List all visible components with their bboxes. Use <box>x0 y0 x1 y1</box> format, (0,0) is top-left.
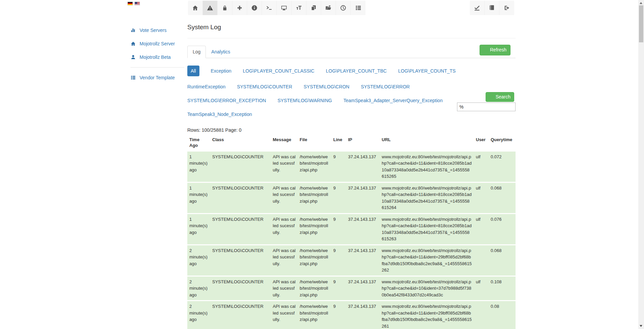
toolbar-button-clock[interactable] <box>336 1 351 15</box>
col-header-class: Class <box>210 135 271 151</box>
sidebar-item-vote-servers[interactable]: Vote Servers <box>130 24 184 37</box>
cell-class: SYSTEM\LOG\COUNTER <box>210 151 271 182</box>
cell-line: 9 <box>331 182 346 213</box>
search-input[interactable] <box>457 102 516 111</box>
filter-system-log-cron[interactable]: SYSTEM\LOG\CRON <box>304 83 349 90</box>
filter-all[interactable]: All <box>187 66 199 76</box>
cell-user: ulf <box>474 151 489 182</box>
sidebar-divider <box>130 67 184 68</box>
warning-icon <box>207 5 213 11</box>
bar-chart-icon <box>130 28 136 33</box>
toolbar-button-th-list[interactable] <box>351 1 366 15</box>
language-flags <box>127 2 140 5</box>
toolbar-button-text-height[interactable] <box>292 1 306 15</box>
cell-line: 9 <box>331 213 346 245</box>
sidebar-item-label: Mojotrollz Beta <box>140 54 171 60</box>
filter-system-log-warning[interactable]: SYSTEM\LOG\WARNING <box>277 97 332 104</box>
sidebar-item-mojotrollz-server[interactable]: Mojotrollz Server <box>130 37 184 50</box>
title-divider <box>187 38 516 38</box>
toolbar-button-book[interactable] <box>485 1 499 15</box>
filter-system-log-counter[interactable]: SYSTEM\LOG\COUNTER <box>237 83 292 90</box>
refresh-button[interactable]: Refresh <box>480 45 510 55</box>
info-icon <box>251 5 258 11</box>
cell-line: 9 <box>331 301 346 329</box>
toolbar-button-warning[interactable] <box>203 1 218 15</box>
cell-message: API was called sucessfully. <box>271 301 298 329</box>
cell-user: ulf <box>474 213 489 245</box>
cell-line: 9 <box>331 276 346 301</box>
toolbar-button-terminal[interactable] <box>262 1 277 15</box>
toolbar-button-sign-out[interactable] <box>499 1 514 15</box>
toolbar-button-info[interactable] <box>247 1 262 15</box>
cell-class: SYSTEM\LOG\COUNTER <box>210 276 271 301</box>
col-header-querytime: Querytime <box>489 135 516 151</box>
cell-querytime: 0.068 <box>489 182 516 213</box>
tab-log[interactable]: Log <box>187 46 206 58</box>
cell-line: 9 <box>331 151 346 182</box>
page-title: System Log <box>187 24 516 31</box>
cell-user <box>474 301 489 329</box>
terminal-icon <box>266 5 272 11</box>
filter-log-player-count-ts[interactable]: LOG\PLAYER_COUNT_TS <box>398 68 456 74</box>
filter-section: AllExceptionLOG\PLAYER_COUNT_CLASSICLOG\… <box>187 66 516 125</box>
toolbar-button-plus[interactable] <box>232 1 247 15</box>
scrollbar-down-arrow[interactable] <box>640 325 642 327</box>
log-table-body: 1 minute(s) agoSYSTEM\LOG\COUNTERAPI was… <box>187 151 516 329</box>
search-icon <box>489 95 494 99</box>
cell-querytime: 0.08 <box>489 301 516 329</box>
cell-url: www.mojotrollz.eu:80/web/test/mojotrollz… <box>380 151 474 182</box>
cell-message: API was called sucessfully. <box>271 182 298 213</box>
toolbar-button-desktop[interactable] <box>277 1 292 15</box>
us-flag[interactable] <box>135 2 140 5</box>
filter-log-player-count-tbc[interactable]: LOG\PLAYER_COUNT_TBC <box>326 68 387 74</box>
scrollbar-up-arrow[interactable] <box>640 2 642 4</box>
cell-file: /home/web/web/test/mojotrollz/api.php <box>298 151 331 182</box>
toolbar-button-folder-export[interactable] <box>321 1 336 15</box>
filter-exception[interactable]: Exception <box>211 68 231 74</box>
cell-file: /home/web/web/test/mojotrollz/api.php <box>298 213 331 245</box>
toolbar-button-copy[interactable] <box>306 1 321 15</box>
home-icon <box>130 41 136 46</box>
refresh-label: Refresh <box>490 47 506 53</box>
cell-time-ago: 2 minute(s) ago <box>187 301 210 329</box>
sidebar-item-label: Mojotrollz Server <box>140 41 175 46</box>
sidebar-item-vendor-template[interactable]: Vendor Template <box>130 71 184 84</box>
copy-icon <box>310 5 317 11</box>
search-button[interactable]: Search <box>486 92 514 102</box>
german-flag[interactable] <box>127 2 133 5</box>
tab-analytics[interactable]: Analytics <box>206 46 235 58</box>
cell-message: API was called sucessfully. <box>271 245 298 276</box>
cell-querytime: 0.076 <box>489 213 516 245</box>
cell-message: API was called sucessfully. <box>271 213 298 245</box>
filter-system-log-error-exception[interactable]: SYSTEM\LOG\ERROR_EXCEPTION <box>187 97 266 104</box>
table-row: 1 minute(s) agoSYSTEM\LOG\COUNTERAPI was… <box>187 151 516 182</box>
toolbar-button-lock[interactable] <box>218 1 232 15</box>
text-height-icon <box>296 5 302 11</box>
col-header-url: URL <box>380 135 474 151</box>
th-list-icon <box>355 5 362 11</box>
cell-user: ulf <box>474 182 489 213</box>
table-row: 2 minute(s) agoSYSTEM\LOG\COUNTERAPI was… <box>187 301 516 329</box>
table-row: 1 minute(s) agoSYSTEM\LOG\COUNTERAPI was… <box>187 182 516 213</box>
cell-time-ago: 2 minute(s) ago <box>187 276 210 301</box>
toolbar-button-home[interactable] <box>188 1 203 15</box>
cell-class: SYSTEM\LOG\COUNTER <box>210 301 271 329</box>
scrollbar-thumb[interactable] <box>639 5 643 42</box>
lock-icon <box>222 5 228 11</box>
filter-system-log-error[interactable]: SYSTEM\LOG\ERROR <box>361 83 410 90</box>
cell-url: www.mojotrollz.eu:80/web/test/mojotrollz… <box>380 213 474 245</box>
filter-log-player-count-classic[interactable]: LOG\PLAYER_COUNT_CLASSIC <box>243 68 314 74</box>
cell-ip: 37.24.143.137 <box>346 182 380 213</box>
filter-teamspeak3-node-exception[interactable]: TeamSpeak3_Node_Exception <box>187 111 252 118</box>
cell-file: /home/web/web/test/mojotrollz/api.php <box>298 182 331 213</box>
scrollbar[interactable] <box>638 0 644 329</box>
cell-time-ago: 2 minute(s) ago <box>187 245 210 276</box>
filter-teamspeak3-adapter-serverquery-exception[interactable]: TeamSpeak3_Adapter_ServerQuery_Exception <box>343 97 443 104</box>
cell-class: SYSTEM\LOG\COUNTER <box>210 245 271 276</box>
cell-message: API was called sucessfully. <box>271 151 298 182</box>
cell-file: /home/web/web/test/mojotrollz/api.php <box>298 301 331 329</box>
filter-runtimeexception[interactable]: RuntimeException <box>187 83 226 90</box>
toolbar-button-check-slot[interactable] <box>470 1 485 15</box>
cell-ip: 37.24.143.137 <box>346 301 380 329</box>
sidebar-item-mojotrollz-beta[interactable]: Mojotrollz Beta <box>130 50 184 64</box>
